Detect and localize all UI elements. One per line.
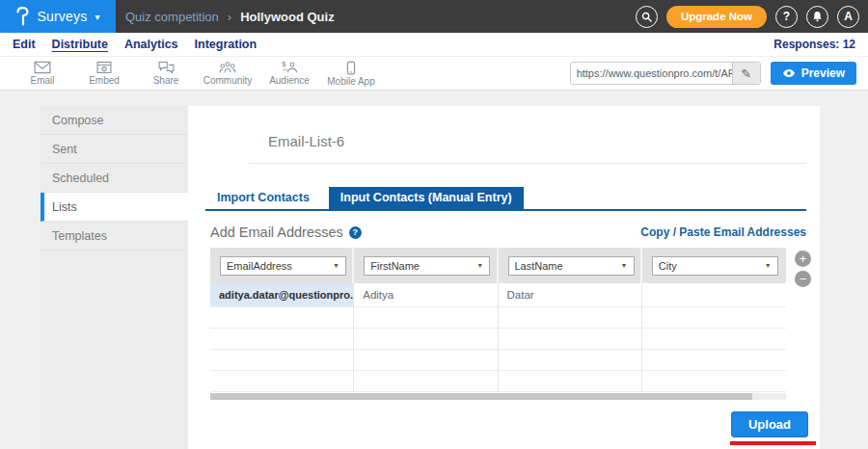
column-select-value: City: [659, 260, 677, 272]
embed-icon: [96, 61, 112, 74]
scrollbar-thumb[interactable]: [210, 393, 752, 400]
cell-city[interactable]: [642, 307, 786, 328]
sidebar-item-label: Sent: [52, 143, 77, 156]
cell-lastname[interactable]: [499, 371, 642, 391]
upgrade-now-button[interactable]: Upgrade Now: [666, 6, 767, 28]
cell-firstname[interactable]: [354, 307, 498, 328]
column-select-lastname[interactable]: LastName▼: [508, 256, 635, 276]
cell-firstname[interactable]: [354, 350, 498, 370]
channel-share[interactable]: Share: [135, 61, 197, 86]
cell-lastname[interactable]: [499, 350, 642, 370]
channel-label: Audience: [269, 75, 310, 86]
channel-community[interactable]: Community: [197, 61, 258, 86]
add-email-addresses-label: Add Email Addresses: [210, 224, 343, 240]
add-row-button[interactable]: +: [795, 251, 811, 267]
preview-label: Preview: [801, 66, 845, 80]
table-row: aditya.datar@questionpro.com Aditya Data…: [210, 283, 786, 307]
cell-email[interactable]: [210, 371, 354, 391]
column-select-value: EmailAddress: [227, 260, 292, 272]
cell-email[interactable]: [210, 329, 354, 349]
cell-firstname[interactable]: Aditya: [354, 283, 498, 306]
channel-audience[interactable]: $ Audience: [258, 61, 320, 86]
survey-url-field[interactable]: https://www.questionpro.com/t/APNrFZ ✎: [570, 62, 761, 85]
nav-item-edit[interactable]: Edit: [13, 38, 36, 51]
cell-city[interactable]: [642, 329, 786, 349]
page-title: Email-List-6: [268, 133, 820, 149]
horizontal-scrollbar[interactable]: [210, 393, 786, 400]
sidebar-item-scheduled[interactable]: Scheduled: [41, 164, 188, 193]
top-header: Surveys ▾ Quiz competition › Hollywood Q…: [0, 0, 868, 33]
cell-city[interactable]: [642, 283, 786, 306]
audience-icon: $: [281, 61, 298, 74]
breadcrumb: Quiz competition › Hollywood Quiz: [125, 10, 335, 24]
column-select-firstname[interactable]: FirstName▼: [364, 256, 490, 276]
toolbar-right: https://www.questionpro.com/t/APNrFZ ✎ P…: [570, 62, 856, 85]
preview-button[interactable]: Preview: [771, 62, 856, 85]
channel-email[interactable]: Email: [12, 61, 73, 86]
grid-header-col: EmailAddress▼: [210, 248, 354, 283]
notifications-bell-icon[interactable]: [806, 6, 828, 28]
section-row: Add Email Addresses ? Copy / Paste Email…: [210, 224, 806, 240]
breadcrumb-current: Hollywood Quiz: [240, 10, 335, 24]
channel-embed[interactable]: Embed: [73, 61, 135, 86]
title-divider: [249, 163, 806, 164]
mobile-app-icon: [346, 61, 356, 75]
row-controls: + −: [795, 248, 811, 400]
upload-button[interactable]: Upload: [731, 411, 808, 437]
grid-header-col: FirstName▼: [354, 248, 498, 283]
table-row: [210, 371, 786, 392]
cell-email[interactable]: aditya.datar@questionpro.com: [210, 283, 354, 306]
surveys-menu[interactable]: Surveys ▾: [0, 0, 116, 33]
contacts-table-zone: EmailAddress▼ FirstName▼ LastName▼: [210, 248, 820, 400]
share-icon: [158, 61, 175, 74]
survey-subnav: Edit Distribute Analytics Integration Re…: [0, 33, 868, 56]
nav-item-analytics[interactable]: Analytics: [124, 38, 178, 51]
nav-item-distribute[interactable]: Distribute: [52, 38, 108, 51]
responses-count[interactable]: Responses: 12: [773, 38, 855, 51]
sidebar-item-lists[interactable]: Lists: [41, 193, 188, 222]
channel-label: Community: [203, 75, 253, 86]
chevron-down-icon: ▾: [95, 12, 99, 22]
contacts-grid: EmailAddress▼ FirstName▼ LastName▼: [210, 248, 786, 400]
column-select-value: LastName: [515, 260, 563, 272]
remove-row-button[interactable]: −: [795, 271, 811, 287]
contacts-tabs: Import Contacts Input Contacts (Manual E…: [205, 187, 806, 211]
chevron-down-icon: ▼: [621, 262, 628, 269]
table-row: [210, 307, 786, 329]
cell-lastname[interactable]: [499, 307, 642, 328]
tab-input-contacts-manual[interactable]: Input Contacts (Manual Entry): [329, 187, 524, 209]
community-icon: [219, 61, 236, 74]
nav-item-integration[interactable]: Integration: [195, 38, 258, 51]
cell-email[interactable]: [210, 350, 354, 370]
column-select-value: FirstName: [370, 260, 420, 272]
column-select-emailaddress[interactable]: EmailAddress▼: [220, 256, 346, 276]
column-select-city[interactable]: City▼: [652, 256, 778, 276]
cell-lastname[interactable]: [499, 329, 642, 349]
channel-label: Email: [30, 75, 54, 86]
cell-firstname[interactable]: [354, 329, 498, 349]
cell-email[interactable]: [210, 307, 354, 328]
help-icon[interactable]: ?: [349, 226, 362, 239]
table-row: [210, 350, 786, 371]
channel-mobile-app[interactable]: Mobile App: [320, 61, 382, 87]
grid-header-col: City▼: [642, 248, 786, 283]
cell-city[interactable]: [642, 371, 786, 391]
search-icon[interactable]: [636, 6, 658, 28]
sidebar-item-compose[interactable]: Compose: [41, 106, 188, 135]
help-icon[interactable]: ?: [775, 6, 798, 28]
sidebar-item-sent[interactable]: Sent: [41, 135, 188, 164]
copy-paste-link[interactable]: Copy / Paste Email Addresses: [640, 225, 806, 239]
cell-lastname[interactable]: Datar: [499, 283, 642, 306]
grid-header-col: LastName▼: [499, 248, 642, 283]
tab-import-contacts[interactable]: Import Contacts: [205, 187, 321, 209]
cell-firstname[interactable]: [354, 371, 498, 391]
survey-url-value[interactable]: https://www.questionpro.com/t/APNrFZ: [571, 63, 732, 84]
cell-city[interactable]: [642, 350, 786, 370]
edit-url-icon[interactable]: ✎: [732, 63, 760, 84]
channel-label: Embed: [89, 75, 120, 86]
breadcrumb-parent[interactable]: Quiz competition: [125, 10, 219, 24]
breadcrumb-separator: ›: [228, 10, 231, 24]
avatar[interactable]: A: [837, 6, 859, 28]
distribute-toolbar: Email Embed Share Community $ Audience M…: [0, 56, 868, 91]
sidebar-item-templates[interactable]: Templates: [41, 222, 188, 251]
